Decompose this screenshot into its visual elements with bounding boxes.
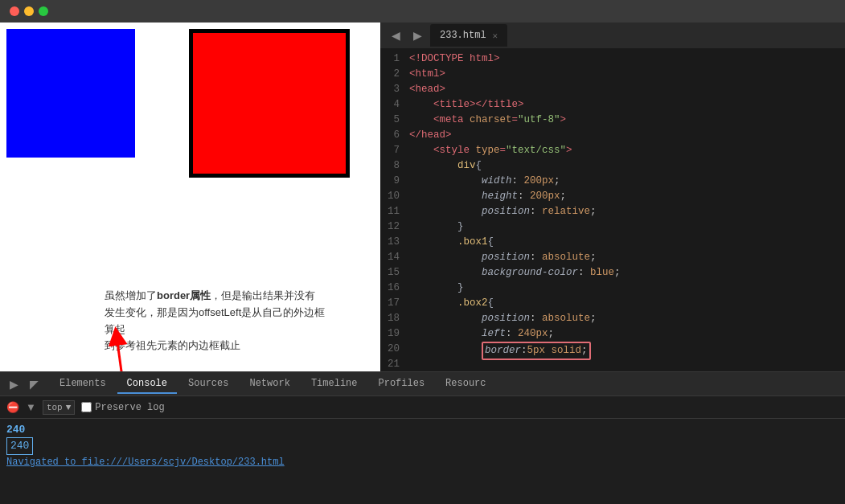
code-content: 1 <!DOCTYPE html> 2 <html> 3 <head> 4 <t… — [380, 48, 845, 371]
preserve-log-text: Preserve log — [95, 402, 164, 413]
tab-sources[interactable]: Sources — [178, 375, 238, 394]
webpage-preview: 虽然增加了border属性，但是输出结果并没有 发生变化，那是因为offsetL… — [0, 23, 380, 371]
code-editor: ◀ ▶ 233.html ✕ 1 <!DOCTYPE html> 2 <html… — [380, 23, 845, 371]
tab-close-btn[interactable]: ✕ — [493, 31, 498, 41]
inspect-element-btn[interactable]: ▶ — [6, 376, 22, 392]
code-line-9: 9 width: 200px; — [380, 174, 845, 189]
code-line-3: 3 <head> — [380, 82, 845, 97]
code-line-10: 10 height: 200px; — [380, 189, 845, 204]
device-mode-btn[interactable]: ◤ — [27, 376, 42, 392]
window-controls-bar — [0, 0, 845, 23]
editor-tab-html[interactable]: 233.html ✕ — [430, 24, 507, 47]
code-line-15: 15 background-color: blue; — [380, 265, 845, 281]
console-value-1: 240 — [6, 422, 25, 438]
code-line-6: 6 </head> — [380, 128, 845, 143]
code-line-11: 11 position: relative; — [380, 204, 845, 219]
tab-network[interactable]: Network — [240, 375, 299, 394]
console-line-2: 240 — [6, 438, 839, 454]
close-button[interactable] — [10, 6, 19, 16]
tab-console[interactable]: Console — [117, 375, 177, 394]
console-line-1: 240 — [6, 422, 839, 438]
devtools-toolbar: ⛔ ▼ top ▼ Preserve log — [0, 396, 845, 419]
tab-profiles[interactable]: Profiles — [368, 375, 434, 394]
filter-select-label: top — [47, 403, 63, 412]
code-line-17: 17 .box2{ — [380, 296, 845, 311]
filter-btn[interactable]: ▼ — [26, 401, 36, 413]
devtools-panel: ▶ ◤ Elements Console Sources Network Tim… — [0, 371, 845, 504]
code-line-4: 4 <title></title> — [380, 97, 845, 113]
filter-dropdown-icon: ▼ — [66, 403, 72, 412]
console-line-3: Navigated to file:///Users/scjv/Desktop/… — [6, 454, 839, 470]
code-line-7: 7 <style type="text/css"> — [380, 143, 845, 158]
editor-tabs: ◀ ▶ 233.html ✕ — [380, 23, 845, 48]
code-line-14: 14 position: absolute; — [380, 250, 845, 265]
code-line-19: 19 left: 240px; — [380, 326, 845, 342]
code-line-12: 12 } — [380, 219, 845, 235]
console-output: 240 240 Navigated to file:///Users/scjv/… — [0, 419, 845, 504]
editor-tab-label: 233.html — [440, 30, 486, 41]
devtools-icons: ▶ ◤ — [6, 376, 42, 392]
nav-link[interactable]: Navigated to file:///Users/scjv/Desktop/… — [6, 454, 285, 470]
preserve-log-label[interactable]: Preserve log — [81, 402, 164, 413]
preserve-log-checkbox[interactable] — [81, 402, 92, 412]
code-line-8: 8 div{ — [380, 158, 845, 174]
code-line-20: 20 border:5px solid; — [380, 342, 845, 357]
code-line-18: 18 position: absolute; — [380, 311, 845, 326]
code-line-1: 1 <!DOCTYPE html> — [380, 51, 845, 67]
code-line-13: 13 .box1{ — [380, 235, 845, 250]
tab-resources[interactable]: Resourc — [436, 375, 495, 394]
code-line-5: 5 <meta charset="utf-8"> — [380, 113, 845, 128]
filter-select[interactable]: top ▼ — [43, 400, 75, 415]
tab-timeline[interactable]: Timeline — [301, 375, 367, 394]
tab-back-btn[interactable]: ◀ — [387, 27, 405, 43]
annotation-arrow — [105, 328, 153, 371]
red-box — [189, 29, 350, 178]
tab-forward-btn[interactable]: ▶ — [408, 27, 427, 43]
maximize-button[interactable] — [39, 6, 48, 16]
clear-console-btn[interactable]: ⛔ — [6, 401, 19, 413]
blue-box — [6, 29, 135, 158]
console-value-2: 240 — [6, 437, 33, 455]
devtools-tabs: ▶ ◤ Elements Console Sources Network Tim… — [0, 372, 845, 396]
tab-elements[interactable]: Elements — [50, 375, 116, 394]
svg-line-1 — [117, 336, 129, 371]
code-line-16: 16 } — [380, 281, 845, 296]
code-line-2: 2 <html> — [380, 67, 845, 82]
minimize-button[interactable] — [24, 6, 34, 16]
browser-area: 虽然增加了border属性，但是输出结果并没有 发生变化，那是因为offsetL… — [0, 23, 845, 371]
